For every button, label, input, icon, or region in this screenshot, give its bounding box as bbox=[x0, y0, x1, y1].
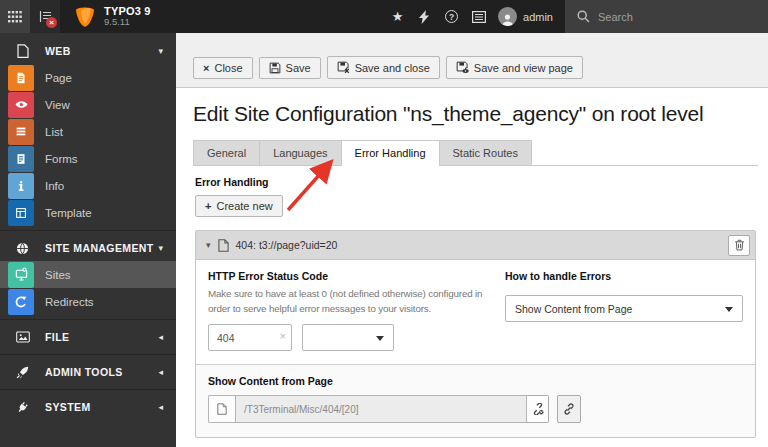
section-header-system[interactable]: SYSTEM ◂ bbox=[0, 394, 176, 420]
unlink-icon bbox=[532, 403, 544, 415]
module-content: × Close Save Save and close Save and vie… bbox=[176, 33, 768, 447]
section-header-admin-tools[interactable]: ADMIN TOOLS ◂ bbox=[0, 359, 176, 385]
tab-static-routes[interactable]: Static Routes bbox=[439, 140, 532, 165]
content-page-input[interactable] bbox=[235, 395, 527, 423]
tab-general[interactable]: General bbox=[193, 140, 260, 165]
close-icon: × bbox=[203, 63, 209, 74]
http-code-input-wrap: × bbox=[208, 324, 292, 351]
error-handling-pane: Error Handling + Create new ▾ 404: t3://… bbox=[193, 166, 758, 438]
section-header-file[interactable]: FILE ◂ bbox=[0, 324, 176, 350]
document-icon bbox=[0, 44, 45, 58]
handler-label: How to handle Errors bbox=[505, 270, 743, 282]
trash-icon bbox=[734, 239, 745, 251]
panel-body: HTTP Error Status Code Make sure to have… bbox=[196, 260, 755, 437]
typo3-backend: × TYPO3 9 9.5.11 ★ ? bbox=[0, 0, 768, 447]
sidebar-item-forms[interactable]: Forms bbox=[0, 145, 176, 172]
help-button[interactable]: ? bbox=[438, 0, 465, 33]
delete-button[interactable] bbox=[728, 235, 750, 256]
section-header-site-management[interactable]: SITE MANAGEMENT ▾ bbox=[0, 235, 176, 261]
save-close-icon bbox=[337, 61, 350, 74]
save-button[interactable]: Save bbox=[259, 57, 321, 79]
section-site-management: SITE MANAGEMENT ▾ Sites Redirects bbox=[0, 230, 176, 315]
opendocs-close-badge: × bbox=[46, 17, 57, 28]
image-icon bbox=[0, 331, 45, 343]
content-area: Edit Site Configuration "ns_theme_agency… bbox=[176, 88, 768, 438]
handler-field-group: How to handle Errors Show Content from P… bbox=[505, 270, 743, 351]
tab-languages[interactable]: Languages bbox=[259, 140, 341, 165]
chevron-left-icon: ◂ bbox=[158, 367, 163, 377]
sidebar-item-view[interactable]: View bbox=[0, 91, 176, 118]
star-icon: ★ bbox=[392, 9, 404, 24]
handler-select-value: Show Content from Page bbox=[515, 303, 632, 315]
opendocs-button[interactable]: × bbox=[30, 0, 60, 33]
info-module-icon bbox=[8, 173, 34, 199]
redirects-module-icon bbox=[8, 289, 34, 315]
http-code-select[interactable] bbox=[302, 324, 394, 351]
panel-header[interactable]: ▾ 404: t3://page?uid=20 bbox=[196, 231, 755, 260]
chevron-left-icon: ◂ bbox=[158, 332, 163, 342]
error-404-panel: ▾ 404: t3://page?uid=20 HTTP Error Statu… bbox=[195, 230, 756, 438]
sidebar-item-sites[interactable]: Sites bbox=[0, 261, 176, 288]
close-button[interactable]: × Close bbox=[193, 57, 253, 79]
sidebar-item-info[interactable]: Info bbox=[0, 172, 176, 199]
username-label: admin bbox=[523, 11, 553, 23]
sidebar-item-page[interactable]: Page bbox=[0, 64, 176, 91]
chevron-down-icon: ▾ bbox=[158, 243, 163, 253]
link-browser-button[interactable] bbox=[557, 395, 581, 423]
tab-error-handling[interactable]: Error Handling bbox=[341, 140, 440, 166]
avatar bbox=[498, 7, 517, 26]
sites-module-icon bbox=[8, 262, 34, 288]
list-module-icon bbox=[8, 119, 34, 145]
handler-select[interactable]: Show Content from Page bbox=[505, 295, 743, 322]
topbar: × TYPO3 9 9.5.11 ★ ? bbox=[0, 0, 768, 33]
section-header-web[interactable]: WEB ▾ bbox=[0, 38, 176, 64]
person-icon bbox=[501, 13, 514, 26]
page-module-icon bbox=[8, 65, 34, 91]
globe-icon bbox=[0, 242, 45, 255]
sidebar-item-template[interactable]: Template bbox=[0, 199, 176, 226]
section-web: WEB ▾ Page View List bbox=[0, 38, 176, 226]
clear-cache-button[interactable] bbox=[411, 0, 438, 33]
forms-module-icon bbox=[8, 146, 34, 172]
create-new-button[interactable]: + Create new bbox=[195, 195, 283, 217]
clear-input-icon[interactable]: × bbox=[280, 330, 286, 342]
search-icon bbox=[577, 10, 590, 23]
content-page-input-group bbox=[208, 395, 743, 423]
system-information-icon bbox=[472, 11, 486, 23]
typo3-logo-icon bbox=[74, 6, 96, 28]
module-menu-toggle-button[interactable] bbox=[0, 0, 30, 33]
save-icon bbox=[269, 62, 281, 74]
section-file: FILE ◂ bbox=[0, 319, 176, 350]
content-page-label: Show Content from Page bbox=[208, 375, 743, 387]
template-module-icon bbox=[8, 200, 34, 226]
question-mark-icon: ? bbox=[445, 10, 458, 23]
system-information-button[interactable] bbox=[465, 0, 492, 33]
page-icon bbox=[218, 239, 229, 252]
page-title: Edit Site Configuration "ns_theme_agency… bbox=[193, 102, 758, 126]
sidebar-item-redirects[interactable]: Redirects bbox=[0, 288, 176, 315]
rocket-icon bbox=[0, 366, 45, 379]
plug-icon bbox=[0, 401, 45, 414]
unlink-button[interactable] bbox=[527, 395, 549, 423]
panel-title: 404: t3://page?uid=20 bbox=[236, 239, 338, 251]
chevron-down-icon: ▾ bbox=[158, 46, 163, 56]
save-and-close-button[interactable]: Save and close bbox=[327, 56, 440, 79]
error-handling-heading: Error Handling bbox=[195, 176, 758, 188]
bookmarks-button[interactable]: ★ bbox=[384, 0, 411, 33]
user-menu[interactable]: admin bbox=[492, 0, 565, 33]
search-bar[interactable]: Search bbox=[565, 0, 768, 33]
topbar-tools: ★ ? bbox=[384, 0, 768, 33]
link-icon bbox=[563, 403, 575, 415]
save-and-view-page-button[interactable]: Save and view page bbox=[446, 56, 583, 79]
view-module-icon bbox=[8, 92, 34, 118]
page-record-icon bbox=[208, 395, 235, 423]
save-view-icon bbox=[456, 61, 469, 74]
product-version: 9.5.11 bbox=[104, 17, 151, 28]
http-code-description: Make sure to have at least 0 (not define… bbox=[208, 286, 488, 316]
lightning-bolt-icon bbox=[419, 10, 430, 24]
section-admin-tools: ADMIN TOOLS ◂ bbox=[0, 354, 176, 385]
sidebar-item-list[interactable]: List bbox=[0, 118, 176, 145]
plus-icon: + bbox=[205, 201, 211, 212]
chevron-down-icon: ▾ bbox=[206, 240, 211, 250]
module-menu: WEB ▾ Page View List bbox=[0, 33, 176, 447]
